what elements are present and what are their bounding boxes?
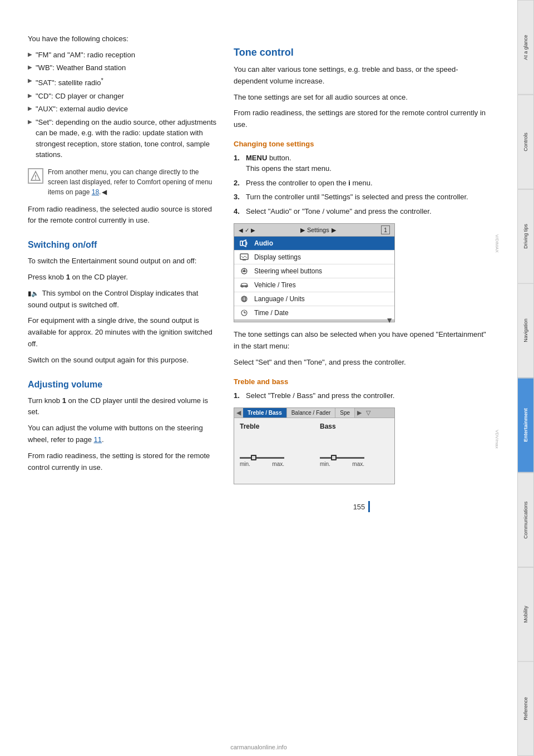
after-menu-text2: Select "Set" and then "Tone", and press … [234, 357, 490, 369]
treble-slider-thumb[interactable] [251, 455, 256, 460]
bullet-arrow-icon: ▶ [28, 104, 32, 112]
switching-text4: For equipment with a single drive, the s… [28, 315, 217, 350]
bass-slider-thumb[interactable] [331, 455, 337, 460]
scroll-indicator: ▼ [234, 320, 394, 322]
menu-label-time: Time / Date [254, 309, 289, 317]
radio-readiness-text: From radio readiness, the selected audio… [28, 204, 217, 227]
settings-screenshot: ◀ ✓ ▶ ▶ Settings ▶ 1 [234, 223, 395, 322]
vehicle-icon [239, 281, 250, 289]
bullet-arrow-icon: ▶ [28, 50, 32, 58]
sidebar-tab-communications[interactable]: Communications [517, 473, 534, 567]
tone-text3: From radio readiness, the settings are s… [234, 107, 490, 131]
tab-scroll-icon: ▽ [364, 408, 373, 418]
treble-step-1-text: Select "Treble / Bass" and press the con… [246, 390, 394, 401]
bullet-arrow-icon: ▶ [28, 63, 32, 71]
tab-speed[interactable]: Spe [335, 408, 355, 418]
tone-text1: You can alter various tone settings, e.g… [234, 64, 490, 87]
switching-text3: ▮🔈 This symbol on the Control Display in… [28, 288, 217, 311]
adjusting-heading: Adjusting volume [28, 380, 217, 390]
sidebar-tab-entertainment[interactable]: Entertainment [517, 378, 534, 473]
sidebar-tab-driving-tips[interactable]: Driving tips [517, 189, 534, 284]
menu-label-steering: Steering wheel buttons [254, 267, 322, 275]
step-4: 4. Select "Audio" or "Tone / volume" and… [234, 206, 490, 217]
display-icon [239, 253, 250, 262]
tab-treble-bass[interactable]: Treble / Bass [243, 408, 287, 418]
bullet-arrow-icon: ▶ [28, 91, 32, 100]
list-item: ▶ "CD": CD player or changer [28, 91, 217, 102]
right-column: Tone control You can alter various tone … [234, 33, 490, 723]
screenshot-vtext: V/DIMAX [495, 234, 500, 253]
page-link[interactable]: 18 [92, 188, 99, 196]
note-box: From another menu, you can change direct… [28, 167, 217, 197]
treble-step-1: 1. Select "Treble / Bass" and press the … [234, 390, 490, 401]
bass-section: Bass min. max. [320, 423, 389, 467]
tab-right-arrow-icon: ▶ [355, 408, 364, 418]
adjusting-text2: You can adjust the volume with buttons o… [28, 423, 217, 446]
sidebar-tab-controls[interactable]: Controls [517, 95, 534, 189]
bullet-list: ▶ "FM" and "AM": radio reception ▶ "WB":… [28, 50, 217, 160]
note-icon [28, 168, 43, 184]
treble-bass-screenshot-wrapper: ◀ Treble / Bass Balance / Fader Spe ▶ ▽ … [234, 408, 490, 484]
treble-slider-track[interactable] [240, 457, 284, 459]
tab-left-arrow-icon: ◀ [234, 408, 243, 418]
left-column: You have the following choices: ▶ "FM" a… [28, 33, 217, 723]
bass-label: Bass [320, 423, 389, 430]
time-icon [239, 308, 250, 317]
svg-marker-4 [243, 240, 246, 247]
sidebar-tab-at-a-glance[interactable]: At a glance [517, 0, 534, 95]
choices-intro: You have the following choices: [28, 33, 217, 45]
treble-bass-screenshot: ◀ Treble / Bass Balance / Fader Spe ▶ ▽ … [234, 408, 395, 484]
menu-item-vehicle: Vehicle / Tires [234, 278, 394, 292]
sidebar-tab-navigation[interactable]: Navigation [517, 283, 534, 378]
menu-label-audio: Audio [254, 239, 273, 247]
menu-label-display: Display settings [254, 253, 301, 261]
sidebar-tab-mobility[interactable]: Mobility [517, 567, 534, 662]
changing-subheading: Changing tone settings [234, 140, 490, 148]
bullet-arrow-icon: ▶ [28, 117, 32, 126]
menu-label-language: Language / Units [254, 295, 305, 303]
menu-item-display: Display settings [234, 251, 394, 264]
list-item: ▶ "AUX": external audio device [28, 104, 217, 115]
treble-slider-area: min. max. [240, 435, 309, 467]
tab-balance-fader[interactable]: Balance / Fader [287, 408, 336, 418]
svg-point-2 [35, 178, 36, 179]
menu-label-vehicle: Vehicle / Tires [254, 281, 296, 289]
bass-slider-labels: min. max. [320, 461, 364, 467]
menu-item-language: Language / Units [234, 292, 394, 306]
sidebar-tab-reference[interactable]: Reference [517, 661, 534, 756]
page-line [368, 501, 370, 512]
scroll-arrow-icon: ▼ [385, 316, 394, 325]
after-menu-text1: The tone settings can also be selected w… [234, 329, 490, 352]
list-item: ▶ "WB": Weather Band station [28, 62, 217, 73]
treble-bass-subheading: Treble and bass [234, 377, 490, 386]
step-2: 2. Press the controller to open the i me… [234, 178, 490, 189]
changing-steps: 1. MENU button.This opens the start menu… [234, 153, 490, 217]
list-item: ▶ "Set": depending on the audio source, … [28, 117, 217, 160]
list-item: ▶ "SAT": satellite radio* [28, 76, 217, 89]
menu-item-time: Time / Date [234, 306, 394, 320]
treble-min-label: min. [240, 461, 250, 467]
steering-icon [239, 267, 250, 276]
language-icon [239, 294, 250, 303]
bass-slider-track[interactable] [320, 457, 364, 459]
treble-section: Treble min. max. [240, 423, 309, 467]
page-number-area: 155 [234, 501, 490, 512]
titlebar-title: ▶ Settings ▶ [300, 227, 336, 234]
tab-bar: ◀ Treble / Bass Balance / Fader Spe ▶ ▽ [234, 408, 394, 418]
step-1: 1. MENU button.This opens the start menu… [234, 153, 490, 174]
switching-text5: Switch on the sound output again for thi… [28, 355, 217, 366]
sidebar-tabs: At a glance Controls Driving tips Naviga… [517, 0, 534, 756]
tone-text2: The tone settings are set for all audio … [234, 92, 490, 104]
note-text: From another menu, you can change direct… [48, 167, 217, 197]
treble-bass-content: Treble min. max. [234, 418, 394, 484]
titlebar-number: 1 [381, 225, 390, 234]
step-3: 3. Turn the controller until "Settings" … [234, 192, 490, 203]
bass-slider-area: min. max. [320, 435, 389, 467]
menu-item-steering: Steering wheel buttons [234, 264, 394, 278]
titlebar-arrows: ◀ ✓ ▶ [239, 227, 255, 233]
page-link-11[interactable]: 11 [94, 435, 102, 444]
switching-heading: Switching on/off [28, 240, 217, 250]
treble-bass-steps: 1. Select "Treble / Bass" and press the … [234, 390, 490, 401]
audio-icon [239, 239, 250, 248]
menu-item-audio: Audio [234, 237, 394, 251]
